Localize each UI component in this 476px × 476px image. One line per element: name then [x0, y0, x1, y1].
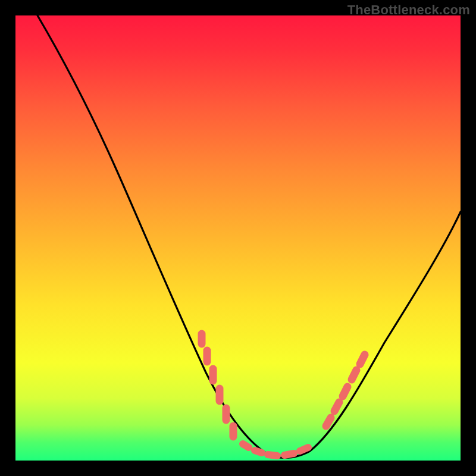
svg-line-11 — [326, 418, 331, 426]
svg-line-10 — [300, 447, 308, 451]
svg-line-8 — [268, 455, 277, 456]
highlight-dots-bottom — [243, 444, 308, 456]
watermark-text: TheBottleneck.com — [347, 2, 470, 18]
highlight-dots-left — [202, 334, 233, 437]
svg-line-13 — [343, 387, 347, 396]
highlight-dots-right — [326, 355, 365, 426]
svg-line-14 — [352, 370, 356, 380]
svg-line-6 — [243, 444, 249, 447]
curve-layer — [15, 15, 461, 461]
svg-line-15 — [360, 355, 365, 364]
bottleneck-curve — [37, 15, 461, 458]
chart-frame: TheBottleneck.com — [0, 0, 476, 476]
plot-area — [15, 15, 461, 461]
svg-line-9 — [284, 453, 294, 455]
svg-line-12 — [334, 402, 339, 411]
svg-line-7 — [255, 450, 262, 453]
